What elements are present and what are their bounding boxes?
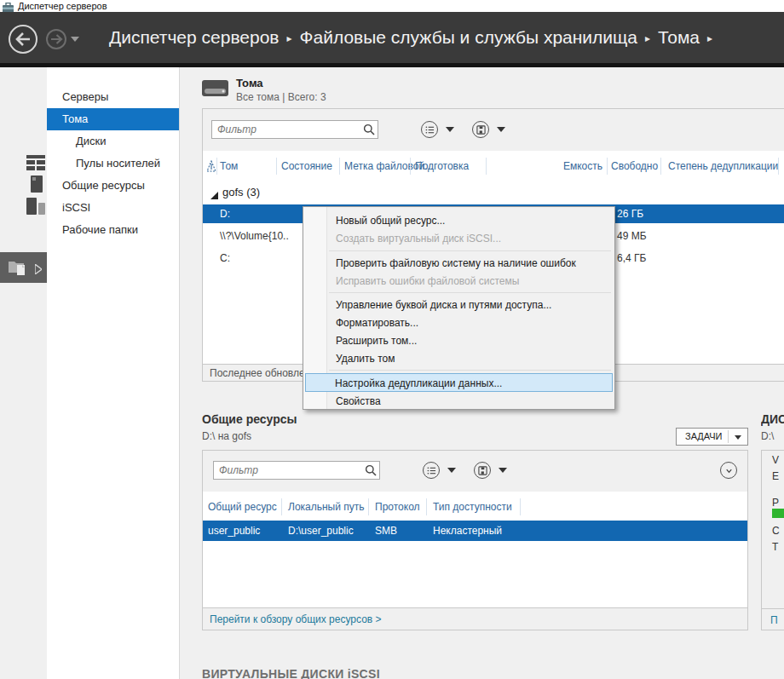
list-view-icon[interactable] [423,462,440,479]
share-local-path: D:\user_public [288,521,354,541]
volume-icon [202,78,228,101]
column-divider [368,498,369,515]
disk-overview-link[interactable]: П [770,614,778,626]
menu-item-extend-volume[interactable]: Расширить том... [336,332,608,350]
column-header-capacity[interactable]: Емкость [511,156,602,176]
shares-section-title: Общие ресурсы [202,412,297,426]
sidebar-item-storage-pools[interactable]: Пулы носителей [47,152,179,175]
shares-filter-input[interactable] [213,461,380,480]
disk-info-fragment: V [772,454,779,466]
breadcrumb: Диспетчер серверов▸Файловые службы и слу… [109,12,720,63]
share-availability: Некластерный [433,521,502,541]
save-icon[interactable] [474,462,491,479]
back-icon[interactable] [9,25,37,54]
breadcrumb-file-storage-services[interactable]: Файловые службы и службы хранилища [300,27,637,47]
breadcrumb-volumes[interactable]: Тома [658,27,700,47]
save-caret-icon[interactable] [499,468,507,473]
list-view-icon[interactable] [421,121,438,138]
dashboard-icon[interactable] [26,155,45,174]
breadcrumb-separator-icon: ▸ [645,32,650,44]
save-caret-icon[interactable] [497,127,505,132]
window-title: Диспетчер серверов [18,0,107,12]
server-manager-app-icon [3,1,14,11]
disk-panel-subtitle: D:\ [761,430,774,442]
shares-overview-link[interactable]: Перейти к обзору общих ресурсов > [210,613,382,625]
shares-footer-bar: Перейти к обзору общих ресурсов > [203,607,747,630]
volume-free-space: 26 ГБ [617,204,643,223]
column-header-free[interactable]: Свободно [611,156,658,176]
menu-item-scan-filesystem[interactable]: Проверить файловую систему на наличие ош… [336,255,608,273]
collapse-panel-icon[interactable] [720,462,737,479]
window-titlebar: Диспетчер серверов [0,0,784,12]
column-divider [281,498,282,515]
save-icon[interactable] [472,121,489,138]
column-header-availability[interactable]: Тип доступности [433,497,512,517]
sidebar-item-disks[interactable]: Диски [47,130,179,152]
tasks-button[interactable]: ЗАДАЧИ [676,428,748,446]
column-header-share[interactable]: Общий ресурс [208,497,277,517]
volume-name: D: [220,204,230,223]
menu-item-repair-filesystem: Исправить ошибки файловой системы [336,273,608,291]
column-header-provisioning[interactable]: Подготовка [415,156,469,176]
volume-name: C: [220,249,230,268]
menu-item-new-share[interactable]: Новый общий ресурс... [336,212,608,230]
column-divider [410,158,411,175]
file-storage-services-rail-item[interactable] [0,252,47,283]
sidebar-item-work-folders[interactable]: Рабочие папки [47,219,179,241]
all-servers-icon[interactable] [26,198,45,218]
column-header-volume[interactable]: Том [220,156,238,176]
list-view-caret-icon[interactable] [446,127,454,132]
sidebar-item-shares[interactable]: Общие ресурсы [47,175,179,197]
menu-separator [329,370,611,371]
menu-item-manage-drive-letter[interactable]: Управление буквой диска и путями доступа… [336,296,608,314]
sidebar-item-volumes[interactable]: Тома [47,108,179,130]
column-divider [778,158,779,175]
volume-group-label[interactable]: gofs (3) [222,182,260,203]
column-divider [276,158,277,175]
volumes-panel-title: Тома [236,77,263,89]
disk-info-fragment: Е [772,470,779,482]
tasks-caret-icon [735,435,741,440]
table-row-share[interactable]: user_public D:\user_public SMB Некластер… [203,521,747,541]
iscsi-section-title: ВИРТУАЛЬНЫЕ ДИСКИ iSCSI [202,667,380,679]
volume-context-menu: Новый общий ресурс... Создать виртуальны… [303,206,615,410]
sidebar-item-iscsi[interactable]: iSCSI [47,197,179,219]
share-name: user_public [208,521,260,541]
file-storage-services-icon [8,257,28,281]
search-icon[interactable] [365,464,377,476]
forward-icon[interactable] [46,29,66,49]
menu-item-delete-volume[interactable]: Удалить том [336,350,608,368]
column-header-dedup[interactable]: Степень дедупликации [668,156,778,176]
column-divider [486,158,487,175]
volume-name: \\?\Volume{10.. [220,227,289,245]
column-divider [426,498,427,515]
menu-separator [329,250,611,251]
list-view-caret-icon[interactable] [447,468,456,473]
left-icon-rail [0,67,47,679]
shares-section-subtitle: D:\ на gofs [202,430,251,442]
nav-history-caret-icon[interactable] [71,37,79,42]
menu-item-format[interactable]: Форматировать... [336,314,608,332]
tasks-button-divider [728,430,729,443]
menu-item-configure-deduplication[interactable]: Настройка дедупликации данных... [305,373,613,392]
volumes-filter-input[interactable] [211,120,378,139]
column-header-protocol[interactable]: Протокол [375,497,420,517]
breadcrumb-separator-icon: ▸ [287,32,292,44]
column-header-local-path[interactable]: Локальный путь [288,497,365,517]
local-server-icon[interactable] [31,176,43,196]
menu-item-properties[interactable]: Свойства [336,393,608,411]
search-icon[interactable] [363,124,375,135]
volume-free-space: 6,4 ГБ [617,249,646,268]
breadcrumb-server-manager[interactable]: Диспетчер серверов [109,27,280,47]
disk-info-fragment: С [772,525,780,537]
column-header-status[interactable]: Состояние [281,156,332,176]
volumes-panel-subtitle: Все тома | Всего: 3 [236,91,326,103]
app-header: Диспетчер серверов▸Файловые службы и слу… [0,12,784,63]
column-divider [520,498,521,515]
breadcrumb-separator-icon: ▸ [707,32,712,44]
column-divider [607,158,608,175]
sidebar-item-servers[interactable]: Серверы [47,86,179,108]
share-protocol: SMB [375,521,397,541]
column-divider [660,158,661,175]
group-collapse-icon[interactable] [210,187,218,203]
